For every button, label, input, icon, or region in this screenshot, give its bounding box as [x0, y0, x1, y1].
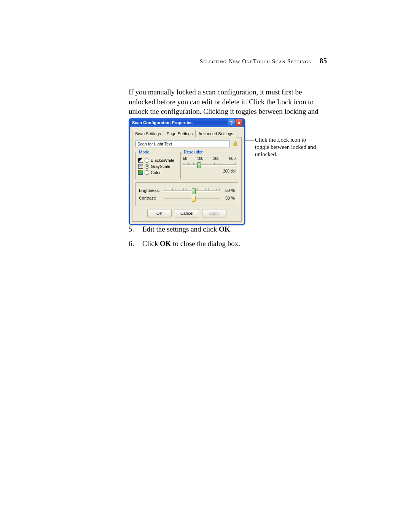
close-icon[interactable]: × — [236, 119, 242, 126]
tab-page-settings[interactable]: Page Settings — [164, 130, 196, 137]
config-name-input[interactable] — [135, 141, 230, 147]
radio-icon — [145, 158, 149, 163]
tab-scan-settings[interactable]: Scan Settings — [132, 130, 164, 137]
color-swatch-icon — [138, 170, 143, 175]
mode-legend: Mode — [138, 150, 150, 154]
mode-color-label: Color — [151, 170, 161, 175]
running-header-title: Selecting New OneTouch Scan Settings — [200, 58, 311, 64]
mode-grayscale-label: GrayScale — [151, 164, 170, 169]
tab-advanced-settings[interactable]: Advanced Settings — [195, 130, 236, 137]
brightness-value: 50 % — [222, 188, 235, 193]
res-tick-0: 50 — [183, 157, 187, 161]
res-tick-2: 300 — [213, 157, 220, 161]
gray-swatch-icon — [138, 164, 143, 169]
page-number: 85 — [320, 57, 327, 65]
radio-icon — [145, 170, 149, 175]
resolution-legend: Resolution — [183, 150, 204, 154]
mode-bw-label: Black&White — [151, 158, 174, 163]
mode-bw-radio[interactable]: Black&White — [138, 158, 175, 163]
numbered-steps: Edit the settings and click OK. Click OK… — [129, 221, 327, 252]
res-tick-1: 100 — [197, 157, 204, 161]
callout-leader-line — [244, 140, 254, 141]
resolution-value: 200 dpi — [183, 169, 236, 173]
dialog-titlebar[interactable]: Scan Configuration Properties ? × — [130, 118, 244, 127]
scan-config-dialog: Scan Configuration Properties ? × Scan S… — [129, 118, 245, 225]
brightness-slider[interactable] — [164, 187, 220, 193]
dialog-title: Scan Configuration Properties — [132, 120, 227, 125]
res-tick-3: 600 — [229, 157, 236, 161]
radio-icon — [145, 164, 149, 169]
ok-button[interactable]: OK — [147, 209, 172, 217]
lock-icon[interactable] — [232, 141, 238, 147]
svg-rect-0 — [234, 144, 237, 146]
step-5: Edit the settings and click OK. — [129, 223, 327, 235]
mode-color-radio[interactable]: Color — [138, 170, 175, 175]
contrast-slider[interactable] — [164, 195, 220, 201]
callout-text: Click the Lock icon to toggle between lo… — [255, 136, 320, 158]
help-icon[interactable]: ? — [228, 119, 235, 126]
cancel-button[interactable]: Cancel — [175, 209, 199, 217]
contrast-value: 50 % — [222, 196, 235, 200]
brightness-label: Brightness: — [139, 188, 162, 193]
mode-grayscale-radio[interactable]: GrayScale — [138, 164, 175, 169]
resolution-slider[interactable] — [183, 161, 236, 168]
step-6: Click OK to close the dialog box. — [129, 238, 327, 250]
contrast-label: Contrast: — [139, 196, 162, 200]
bw-swatch-icon — [138, 158, 143, 163]
apply-button: Apply — [202, 209, 226, 217]
